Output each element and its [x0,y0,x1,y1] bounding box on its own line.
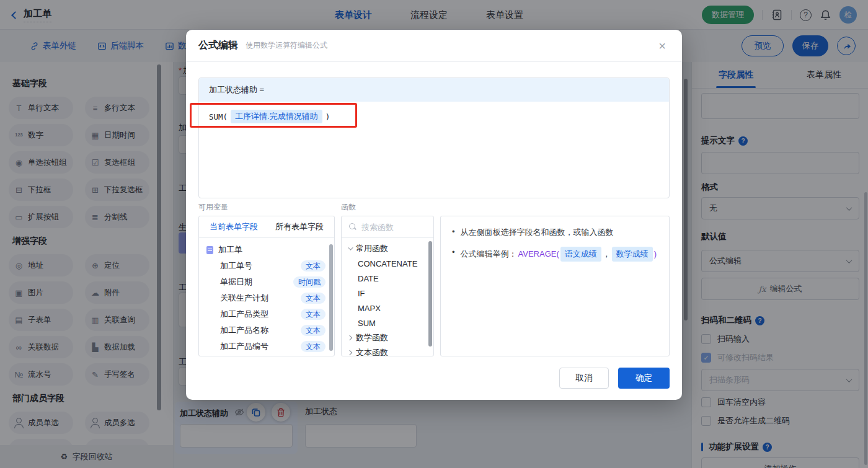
variables-box: 当前表单字段所有表单字段 加工单 加工单号文本单据日期时间戳关联生产计划文本加工… [198,216,335,356]
variable-field-type-badge: 时间戳 [293,276,326,288]
function-item-CONCATENATE[interactable]: CONCATENATE [342,256,433,271]
variable-field-name: 加工单号 [220,260,252,272]
variable-field-type-badge: 文本 [301,293,326,304]
formula-editor-box[interactable]: 加工状态辅助 = SUM( 工序详情.完成情况辅助 ) [198,77,670,198]
formula-target: 加工状态辅助 = [199,78,669,102]
variable-field-row[interactable]: 加工产品编号文本 [199,338,334,355]
function-item-DATE[interactable]: DATE [342,271,433,286]
chevron-right-icon [347,350,352,355]
function-item-IF[interactable]: IF [342,286,433,301]
functions-scrollbar[interactable] [428,241,432,347]
confirm-button[interactable]: 确定 [618,368,670,389]
functions-label: 函数 [341,202,356,213]
chevron-right-icon [347,335,352,340]
function-search-input[interactable] [361,223,423,232]
function-group-文本函数[interactable]: 文本函数 [342,345,433,356]
variable-field-type-badge: 文本 [301,309,326,320]
function-item-MAPX[interactable]: MAPX [342,301,433,316]
search-icon [349,223,356,231]
form-doc-icon [206,246,213,254]
formula-expression[interactable]: SUM( 工序详情.完成情况辅助 ) [199,102,669,131]
modal-subtitle: 使用数学运算符编辑公式 [246,40,327,51]
variable-field-type-badge: 文本 [301,260,326,272]
variables-scrollbar[interactable] [329,244,333,351]
formula-editor-modal: 公式编辑 使用数学运算符编辑公式 × 加工状态辅助 = SUM( 工序详情.完成… [186,30,682,400]
modal-title: 公式编辑 [198,39,238,52]
formula-help-box: • 从左侧面板选择字段名和函数，或输入函数 • 公式编辑举例：AVERAGE( … [440,216,670,356]
variable-field-name: 关联生产计划 [220,293,268,304]
function-group-label: 文本函数 [356,347,388,356]
variable-field-row[interactable]: 关联生产计划文本 [199,290,334,306]
formula-field-token[interactable]: 工序详情.完成情况辅助 [231,110,322,123]
variable-field-name: 加工产品编号 [220,341,268,352]
variable-field-type-badge: 文本 [301,325,326,336]
variables-root-node[interactable]: 加工单 [199,242,334,258]
function-group-label: 数学函数 [356,332,388,343]
cancel-button[interactable]: 取消 [559,368,609,389]
variables-tab-所有表单字段[interactable]: 所有表单字段 [275,221,324,232]
chevron-down-icon [348,245,353,250]
variables-tabs: 当前表单字段所有表单字段 [199,216,334,238]
formula-close-paren: ) [326,112,330,121]
variable-field-row[interactable]: 加工产品类型文本 [199,306,334,322]
functions-box: 常用函数CONCATENATEDATEIFMAPXSUM数学函数文本函数 [341,216,434,356]
variable-field-name: 加工产品名称 [220,325,268,336]
function-search[interactable] [342,216,433,238]
modal-header: 公式编辑 使用数学运算符编辑公式 [186,30,682,62]
variable-field-type-badge: 文本 [301,341,326,352]
help-line-1: • 从左侧面板选择字段名和函数，或输入函数 [452,226,658,239]
example-field-token: 语文成绩 [560,247,601,262]
formula-function-name: SUM( [209,112,228,121]
variables-tab-当前表单字段[interactable]: 当前表单字段 [210,221,258,232]
close-icon[interactable]: × [656,37,668,55]
help-line-2: • 公式编辑举例：AVERAGE( 语文成绩 ， 数学成绩 ) [452,247,658,262]
bullet: • [452,226,455,238]
function-item-SUM[interactable]: SUM [342,316,433,330]
variables-field-list: 加工单号文本单据日期时间戳关联生产计划文本加工产品类型文本加工产品名称文本加工产… [199,258,334,355]
function-group-数学函数[interactable]: 数学函数 [342,330,433,345]
variable-field-name: 加工产品类型 [220,309,268,320]
example-field-token: 数学成绩 [612,247,653,262]
variable-field-name: 单据日期 [220,276,252,288]
variable-field-row[interactable]: 加工产品名称文本 [199,322,334,338]
variable-field-row[interactable]: 加工单号文本 [199,258,334,274]
bullet: • [452,246,455,258]
function-group-常用函数[interactable]: 常用函数 [342,241,433,256]
variable-field-row[interactable]: 单据日期时间戳 [199,274,334,290]
app-root: 加工单 表单设计流程设定表单设置 数据管理 ? [0,0,868,468]
function-list: 常用函数CONCATENATEDATEIFMAPXSUM数学函数文本函数 [342,238,433,356]
variables-label: 可用变量 [198,202,228,213]
function-group-label: 常用函数 [356,243,388,254]
